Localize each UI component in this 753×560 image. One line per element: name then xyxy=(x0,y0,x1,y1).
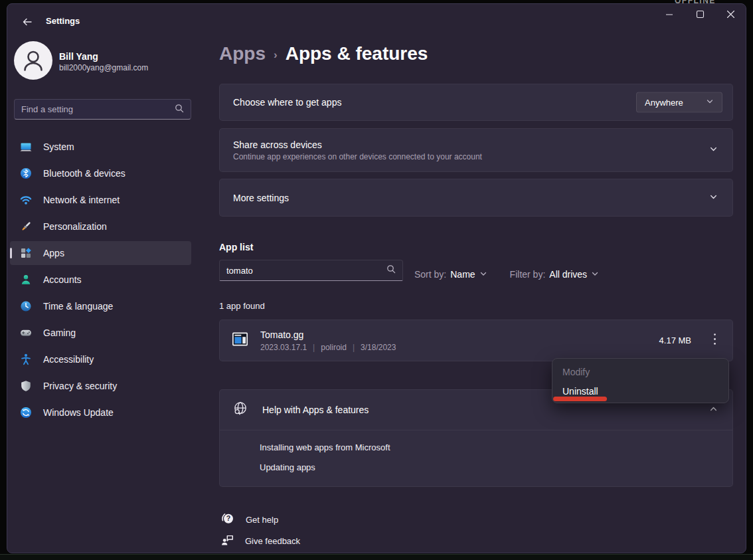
sidebar-item-personalization[interactable]: Personalization xyxy=(10,215,191,238)
app-row: Tomato.gg 2023.03.17.1 | poliroid | 3/18… xyxy=(219,320,733,361)
breadcrumb-separator-icon: › xyxy=(274,48,278,62)
sort-by-value: Name xyxy=(450,269,475,280)
more-settings-card[interactable]: More settings xyxy=(219,179,733,217)
desktop-bottom-strip xyxy=(0,554,753,560)
sidebar-item-label: Apps xyxy=(43,248,64,258)
sidebar-item-label: Accounts xyxy=(43,274,82,285)
sidebar-item-windows-update[interactable]: Windows Update xyxy=(10,401,191,424)
app-version: 2023.03.17.1 xyxy=(260,343,307,352)
help-link[interactable]: Updating apps xyxy=(260,462,315,472)
system-icon xyxy=(19,140,33,153)
gamepad-icon xyxy=(19,326,33,339)
sidebar-item-network-internet[interactable]: Network & internet xyxy=(10,188,191,212)
filter-by-label: Filter by: xyxy=(510,269,546,280)
search-icon xyxy=(386,264,396,276)
sidebar-item-apps[interactable]: Apps xyxy=(10,241,191,265)
feedback-icon xyxy=(220,533,234,549)
sidebar-item-label: Privacy & security xyxy=(43,381,117,391)
chevron-down-icon xyxy=(591,269,599,280)
help-title: Help with Apps & features xyxy=(262,405,369,415)
page-title: Apps & features xyxy=(286,43,428,64)
app-search-input[interactable] xyxy=(226,266,386,276)
get-help-icon: ? xyxy=(220,511,235,528)
wifi-icon xyxy=(19,193,33,207)
sidebar-item-label: Bluetooth & devices xyxy=(43,168,126,179)
update-icon xyxy=(19,406,33,419)
sidebar-item-label: Gaming xyxy=(43,327,76,338)
window-title: Settings xyxy=(46,16,80,26)
avatar xyxy=(14,41,52,82)
settings-window: Settings Bill Yang bill2000yang@gmail xyxy=(7,3,746,553)
menu-item-modify: Modify xyxy=(552,362,728,381)
selected-indicator xyxy=(10,248,12,258)
app-list-heading: App list xyxy=(219,242,253,252)
app-row-right: 4.17 MB xyxy=(659,332,723,349)
sort-by-label: Sort by: xyxy=(414,269,446,280)
chevron-down-icon xyxy=(706,98,714,108)
sidebar-item-accounts[interactable]: Accounts xyxy=(10,268,191,292)
user-email: bill2000yang@gmail.com xyxy=(59,63,148,72)
share-across-devices-card[interactable]: Share across devices Continue app experi… xyxy=(219,128,733,172)
paintbrush-icon xyxy=(19,220,33,233)
accessibility-icon xyxy=(19,353,33,366)
sidebar-item-label: Time & language xyxy=(43,301,113,312)
shield-icon xyxy=(19,379,33,393)
share-title: Share across devices xyxy=(233,140,482,150)
sort-filter-row: Sort by: Name Filter by: All drives xyxy=(414,269,599,280)
sidebar-item-gaming[interactable]: Gaming xyxy=(10,321,191,345)
get-help-label: Get help xyxy=(246,515,278,525)
dropdown-value: Anywhere xyxy=(645,98,683,108)
sidebar-item-label: Personalization xyxy=(43,221,107,232)
get-apps-dropdown[interactable]: Anywhere xyxy=(636,92,722,113)
app-context-menu: Modify Uninstall xyxy=(552,358,729,403)
help-links: Installing web apps from Microsoft Updat… xyxy=(220,430,732,472)
filter-by-dropdown[interactable]: Filter by: All drives xyxy=(510,269,599,280)
share-subtitle: Continue app experiences on other device… xyxy=(233,152,482,161)
more-settings-title: More settings xyxy=(233,193,289,203)
app-info: Tomato.gg 2023.03.17.1 | poliroid | 3/18… xyxy=(232,329,396,352)
settings-search-box xyxy=(14,99,191,120)
user-profile: Bill Yang bill2000yang@gmail.com xyxy=(14,41,148,82)
chevron-up-icon[interactable] xyxy=(709,404,718,416)
back-icon xyxy=(22,17,33,30)
chevron-down-icon[interactable] xyxy=(709,192,718,204)
give-feedback-link[interactable]: Give feedback xyxy=(220,533,300,549)
sidebar-item-bluetooth-devices[interactable]: Bluetooth & devices xyxy=(10,161,191,185)
accounts-icon xyxy=(19,273,33,286)
sidebar-item-accessibility[interactable]: Accessibility xyxy=(10,347,191,371)
app-more-options-button[interactable] xyxy=(706,332,723,349)
sort-by-dropdown[interactable]: Sort by: Name xyxy=(414,269,487,280)
meta-separator: | xyxy=(313,343,315,352)
app-name: Tomato.gg xyxy=(260,329,396,340)
give-feedback-label: Give feedback xyxy=(245,536,300,546)
help-link[interactable]: Installing web apps from Microsoft xyxy=(260,442,390,452)
sidebar-item-label: System xyxy=(43,141,74,152)
svg-text:?: ? xyxy=(226,514,230,522)
chevron-down-icon[interactable] xyxy=(709,144,718,156)
get-help-link[interactable]: ? Get help xyxy=(220,511,278,528)
back-button[interactable] xyxy=(17,15,38,32)
settings-search-input[interactable] xyxy=(21,104,175,114)
app-search-box xyxy=(219,260,403,281)
sidebar-item-label: Accessibility xyxy=(43,354,94,365)
bluetooth-icon xyxy=(19,167,33,180)
main-content: Apps › Apps & features Choose where to g… xyxy=(219,4,733,553)
tomato-app-icon xyxy=(232,331,248,350)
sidebar-item-privacy-security[interactable]: Privacy & security xyxy=(10,374,191,398)
app-publisher: poliroid xyxy=(321,343,347,352)
sidebar-nav: System Bluetooth & devices Network & int… xyxy=(10,135,191,427)
globe-search-icon xyxy=(232,400,249,420)
user-name: Bill Yang xyxy=(59,51,148,62)
result-count: 1 app found xyxy=(219,301,265,311)
breadcrumb-parent[interactable]: Apps xyxy=(219,43,266,64)
sidebar-item-system[interactable]: System xyxy=(10,135,191,159)
sidebar-item-time-language[interactable]: Time & language xyxy=(10,294,191,318)
kebab-icon xyxy=(713,333,716,348)
uninstall-annotation-underline xyxy=(553,397,607,401)
sidebar-item-label: Windows Update xyxy=(43,407,114,418)
chevron-down-icon xyxy=(479,269,487,280)
breadcrumb: Apps › Apps & features xyxy=(219,43,428,64)
search-icon xyxy=(175,104,184,116)
apps-icon xyxy=(19,246,33,260)
get-apps-card: Choose where to get apps Anywhere xyxy=(219,84,733,121)
